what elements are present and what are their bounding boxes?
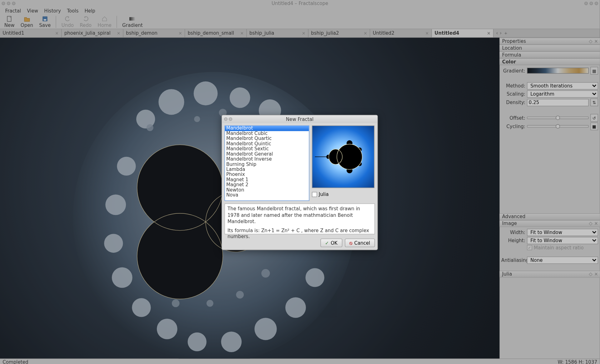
svg-point-48 — [358, 147, 362, 152]
cancel-label: Cancel — [354, 240, 370, 246]
description-line: The famous Mandelbrot fractal, which was… — [228, 206, 372, 225]
modal-overlay: New Fractal Mandelbrot Mandelbrot Cubic … — [0, 0, 600, 364]
cancel-icon: ⦸ — [349, 240, 352, 246]
dialog-dot-icon[interactable] — [229, 117, 232, 121]
dialog-dot-icon[interactable] — [224, 117, 228, 121]
list-item[interactable]: Phoenix — [225, 172, 309, 177]
svg-point-47 — [347, 167, 352, 173]
list-item[interactable]: Lambda — [225, 167, 309, 172]
fractal-description: The famous Mandelbrot fractal, which was… — [224, 203, 375, 234]
list-item[interactable]: Mandelbrot — [225, 126, 309, 131]
list-item[interactable]: Magnet 1 — [225, 177, 309, 182]
julia-checkbox[interactable] — [312, 192, 317, 197]
julia-checkbox-label: Julia — [319, 192, 329, 197]
list-item[interactable]: Mandelbrot Inverse — [225, 157, 309, 162]
check-icon: ✓ — [325, 240, 329, 246]
list-item[interactable]: Mandelbrot Sextic — [225, 147, 309, 152]
list-item[interactable]: Magnet 2 — [225, 182, 309, 187]
list-item[interactable]: Nova — [225, 193, 309, 198]
new-fractal-dialog: New Fractal Mandelbrot Mandelbrot Cubic … — [222, 115, 378, 250]
list-item[interactable]: Newton — [225, 187, 309, 192]
ok-button[interactable]: ✓ OK — [320, 239, 342, 247]
dialog-title: New Fractal — [286, 116, 313, 122]
list-item[interactable]: Mandelbrot General — [225, 152, 309, 157]
list-item[interactable]: Mandelbrot Cubic — [225, 131, 309, 136]
fractal-preview — [312, 126, 374, 188]
svg-point-49 — [358, 162, 362, 166]
svg-point-46 — [347, 140, 352, 146]
list-item[interactable]: Mandelbrot Quartic — [225, 136, 309, 141]
cancel-button[interactable]: ⦸ Cancel — [345, 239, 375, 247]
dialog-titlebar[interactable]: New Fractal — [222, 115, 378, 123]
mandelbrot-preview-icon — [312, 126, 374, 187]
list-item[interactable]: Mandelbrot Quintic — [225, 141, 309, 146]
ok-label: OK — [331, 240, 338, 246]
list-item[interactable]: Burning Ship — [225, 162, 309, 167]
fractal-type-listbox[interactable]: Mandelbrot Mandelbrot Cubic Mandelbrot Q… — [224, 126, 309, 201]
